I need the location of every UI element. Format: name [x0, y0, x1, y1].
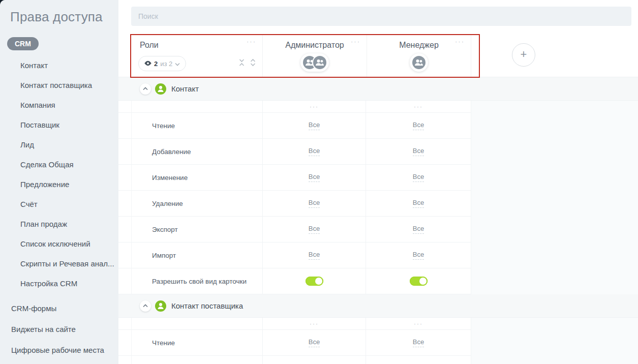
- permission-value-link[interactable]: Все: [413, 338, 424, 347]
- section-header-1[interactable]: Контакт поставщика: [118, 294, 638, 318]
- sidebar-item-0[interactable]: CRM-формы: [0, 298, 118, 318]
- sidebar-item-crm-0[interactable]: Контакт: [0, 55, 118, 75]
- section-header-0[interactable]: Контакт: [118, 77, 638, 101]
- search-bar: [131, 7, 631, 26]
- role-members[interactable]: [367, 53, 471, 72]
- permission-label: Импорт: [131, 242, 263, 268]
- sidebar-item-crm-4[interactable]: Лид: [0, 135, 118, 155]
- sidebar-item-crm-2[interactable]: Компания: [0, 95, 118, 115]
- sidebar-item-crm-3[interactable]: Поставщик: [0, 115, 118, 135]
- permission-toggle[interactable]: [306, 277, 323, 286]
- permission-value-cell: Все: [263, 165, 366, 190]
- column-menu-cell: ···: [263, 101, 366, 112]
- permission-row: Разрешить свой вид карточки: [118, 268, 471, 294]
- permission-value-link[interactable]: Все: [309, 338, 320, 347]
- permission-value-cell: [366, 356, 471, 364]
- permission-value-cell: [263, 356, 366, 364]
- permission-value-link[interactable]: Все: [309, 147, 320, 156]
- column-menu-icon[interactable]: ···: [310, 105, 319, 109]
- permission-row: ИзменениеВсеВсе: [118, 165, 471, 191]
- role-menu-icon[interactable]: ···: [351, 39, 360, 44]
- role-column-administrator: Администратор···: [263, 35, 367, 77]
- role-members[interactable]: [263, 53, 367, 72]
- toggle-knob: [315, 278, 322, 285]
- eye-icon: [144, 59, 151, 68]
- section-dots-row: ······: [118, 101, 471, 113]
- sidebar-item-crm-1[interactable]: Контакт поставщика: [0, 75, 118, 95]
- permission-label: Добавление: [131, 139, 263, 164]
- sidebar-item-crm-5[interactable]: Сделка Общая: [0, 155, 118, 174]
- roles-menu-icon[interactable]: ···: [247, 39, 256, 44]
- roles-label: Роли: [140, 41, 159, 50]
- role-menu-icon[interactable]: ···: [455, 39, 465, 44]
- permission-label: Изменение: [131, 165, 263, 190]
- toggle-knob: [419, 278, 427, 285]
- role-column-manager: Менеджер···: [367, 35, 471, 77]
- permission-value-cell: Все: [366, 242, 471, 268]
- expand-sort-icon[interactable]: [250, 58, 256, 69]
- permission-row: ДобавлениеВсеВсе: [118, 139, 471, 165]
- roles-total-count: из 2: [160, 60, 172, 68]
- column-menu-cell: ···: [263, 318, 366, 329]
- permission-value-cell: Все: [366, 113, 471, 138]
- chevron-down-icon: [175, 59, 180, 68]
- permission-value-cell: Все: [263, 242, 366, 268]
- collapse-section-button[interactable]: [140, 83, 151, 95]
- permission-value-link[interactable]: Все: [309, 199, 320, 208]
- permission-value-cell: Все: [263, 217, 366, 242]
- search-input[interactable]: [131, 7, 631, 26]
- roles-header-icons: [238, 58, 256, 69]
- permission-label: Разрешить свой вид карточки: [131, 268, 263, 294]
- roles-visible-count: 2: [154, 60, 158, 68]
- section-title: Контакт: [171, 84, 199, 93]
- permission-value-link[interactable]: Все: [413, 121, 424, 130]
- add-role-button[interactable]: +: [512, 43, 535, 67]
- permissions-table: Контакт······ЧтениеВсеВсеДобавлениеВсеВс…: [118, 77, 638, 364]
- dots-row-spacer: [131, 318, 263, 329]
- sidebar-item-crm-7[interactable]: Счёт: [0, 194, 118, 214]
- permission-value-cell: [366, 268, 471, 294]
- permission-value-link[interactable]: Все: [309, 225, 320, 234]
- roles-visibility-filter[interactable]: 2 из 2: [138, 56, 186, 71]
- permission-row-partial: [118, 356, 471, 364]
- permission-value-link[interactable]: Все: [413, 199, 424, 208]
- permission-label: Чтение: [131, 113, 263, 138]
- crm-section-badge[interactable]: CRM: [7, 37, 39, 50]
- sidebar-crm-list: КонтактКонтакт поставщикаКомпанияПоставщ…: [0, 55, 118, 293]
- group-avatar-icon: [312, 55, 327, 70]
- sidebar-item-crm-10[interactable]: Скрипты и Речевая анал...: [0, 254, 118, 274]
- permission-row: ЭкспортВсеВсе: [118, 217, 471, 242]
- roles-header-cell: Роли ··· 2 из 2: [131, 35, 263, 77]
- sidebar-item-2[interactable]: Цифровые рабочие места: [0, 340, 118, 360]
- role-members-pill: [300, 53, 329, 72]
- role-members-pill: [410, 53, 428, 72]
- collapse-section-button[interactable]: [140, 300, 151, 312]
- permission-value-link[interactable]: Все: [309, 121, 320, 130]
- collapse-all-icon[interactable]: [238, 58, 245, 69]
- permission-row: ИмпортВсеВсе: [118, 242, 471, 268]
- permission-label: Чтение: [131, 330, 263, 355]
- column-menu-icon[interactable]: ···: [414, 322, 423, 326]
- sidebar-item-crm-8[interactable]: План продаж: [0, 214, 118, 234]
- permission-label: Экспорт: [131, 217, 263, 242]
- permission-value-link[interactable]: Все: [413, 251, 424, 260]
- sidebar-other-list: CRM-формыВиджеты на сайтеЦифровые рабочи…: [0, 298, 118, 360]
- permission-row: ЧтениеВсеВсе: [118, 330, 471, 356]
- permission-toggle[interactable]: [410, 277, 428, 286]
- permission-value-link[interactable]: Все: [413, 225, 424, 234]
- entity-person-icon: [155, 83, 166, 95]
- column-menu-icon[interactable]: ···: [414, 105, 423, 109]
- permission-value-cell: Все: [366, 191, 471, 216]
- column-menu-icon[interactable]: ···: [310, 322, 319, 326]
- permission-row: УдалениеВсеВсе: [118, 191, 471, 217]
- permission-value-link[interactable]: Все: [413, 147, 424, 156]
- sidebar-item-crm-6[interactable]: Предложение: [0, 174, 118, 194]
- sidebar-item-1[interactable]: Виджеты на сайте: [0, 319, 118, 339]
- permission-value-link[interactable]: Все: [309, 251, 320, 260]
- sidebar-item-crm-11[interactable]: Настройка CRM: [0, 274, 118, 293]
- permission-value-link[interactable]: Все: [309, 173, 320, 182]
- chevron-up-icon: [143, 87, 148, 90]
- sidebar-item-crm-9[interactable]: Список исключений: [0, 234, 118, 254]
- permission-value-cell: Все: [366, 330, 471, 355]
- permission-value-link[interactable]: Все: [413, 173, 424, 182]
